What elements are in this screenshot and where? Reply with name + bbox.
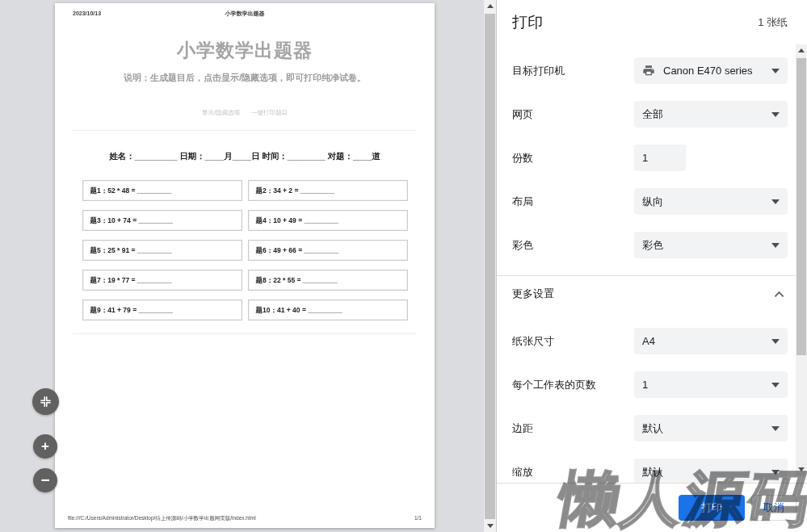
problem-box: 题5：25 * 91 = _________ [82,240,242,261]
scroll-up-icon[interactable] [484,0,496,12]
pages-per-sheet-select[interactable]: 1 [634,371,788,398]
paper-size-value: A4 [642,335,771,347]
zoom-out-button[interactable]: − [33,468,57,492]
print-questions-link: 一键打印题目 [251,109,288,116]
scale-select[interactable]: 默认 [634,459,788,483]
page-header: 2023/10/13 小学数学出题器 [73,10,417,16]
color-value: 彩色 [642,238,771,253]
cancel-button[interactable]: 取消 [751,495,796,521]
scroll-down-icon[interactable] [484,520,496,532]
zoom-in-button[interactable]: + [33,434,57,459]
color-select[interactable]: 彩色 [634,232,788,258]
header-doc-title: 小学数学出题器 [55,10,435,18]
chevron-up-icon [774,291,784,298]
row-scale: 缩放 默认 [512,459,788,483]
problem-box: 题10：41 + 40 = _________ [248,300,408,320]
printer-icon [642,65,655,77]
layout-select[interactable]: 纵向 [634,188,788,215]
fit-to-page-icon [40,396,52,408]
settings-scrollbar[interactable] [796,44,807,476]
more-settings-toggle[interactable]: 更多设置 [512,276,788,312]
panel-title: 打印 [512,12,543,33]
problem-box: 题3：10 + 74 = _________ [82,210,242,231]
preview-scrollbar[interactable] [484,0,496,532]
settings-scrollbar-thumb[interactable] [796,58,806,355]
problem-box: 题4：10 + 49 = _________ [248,210,408,231]
preview-page: 2023/10/13 小学数学出题器 小学数学出题器 说明：生成题目后，点击显示… [55,3,435,528]
row-pages-per-sheet: 每个工作表的页数 1 [512,371,788,398]
preview-scrollbar-thumb[interactable] [485,14,495,519]
dropdown-arrow-icon [771,426,780,431]
pages-value: 全部 [642,107,771,122]
row-layout: 布局 纵向 [512,188,788,215]
problem-box: 题7：19 * 77 = _________ [82,270,242,291]
zoom-out-icon: − [40,471,49,489]
footer-page-number: 1/1 [414,515,422,522]
paper-size-label: 纸张尺寸 [512,334,634,349]
row-margins: 边距 默认 [512,415,788,442]
pages-per-sheet-value: 1 [642,379,771,391]
color-label: 彩色 [512,238,634,253]
margins-value: 默认 [642,421,771,436]
problems-grid: 题1：52 * 48 = _________ 题2：34 + 2 = _____… [73,180,417,320]
copies-label: 份数 [512,151,634,165]
divider [73,333,417,334]
print-preview-area: 2023/10/13 小学数学出题器 小学数学出题器 说明：生成题目后，点击显示… [0,0,496,532]
print-button[interactable]: 打印 [679,495,745,521]
print-dialog-window: 2023/10/13 小学数学出题器 小学数学出题器 说明：生成题目后，点击显示… [0,0,807,532]
zoom-in-icon: + [41,438,49,455]
page-title: 小学数学出题器 [73,38,417,63]
row-color: 彩色 彩色 [512,232,788,258]
panel-header: 打印 1 张纸 [497,0,807,44]
paper-size-select[interactable]: A4 [634,328,788,354]
scroll-up-icon[interactable] [796,44,807,56]
pages-per-sheet-label: 每个工作表的页数 [512,378,634,392]
dropdown-arrow-icon [771,470,780,475]
pages-label: 网页 [512,107,634,122]
copies-input[interactable] [634,145,686,171]
dropdown-arrow-icon [771,69,780,73]
divider [73,130,417,131]
row-pages: 网页 全部 [512,101,788,128]
problem-box: 题1：52 * 48 = _________ [82,180,242,201]
destination-label: 目标打印机 [512,64,634,78]
destination-select[interactable]: Canon E470 series [634,57,788,84]
panel-footer: 打印 取消 [497,483,807,532]
problem-box: 题6：49 + 66 = _________ [248,240,408,261]
footer-url: file:///C:/Users/Administrator/Desktop/待… [68,515,256,522]
margins-label: 边距 [512,421,634,436]
row-copies: 份数 [512,145,788,171]
problem-box: 题9：41 + 79 = _________ [82,300,242,320]
sheet-count: 1 张纸 [758,15,788,30]
more-settings-label: 更多设置 [512,287,554,301]
scale-label: 缩放 [512,465,634,480]
dropdown-arrow-icon [771,339,780,344]
dropdown-arrow-icon [771,383,780,387]
toggle-options-link: 显示/隐藏选项 [202,109,240,116]
destination-value: Canon E470 series [663,65,771,77]
page-footer: file:///C:/Users/Administrator/Desktop/待… [68,515,422,522]
dropdown-arrow-icon [771,112,780,117]
scroll-down-icon[interactable] [796,463,807,475]
pages-select[interactable]: 全部 [634,101,788,128]
margins-select[interactable]: 默认 [634,415,788,442]
dropdown-arrow-icon [771,199,780,204]
row-paper-size: 纸张尺寸 A4 [512,328,788,354]
name-date-line: 姓名：_________ 日期：____月____日 时间：________ 对… [73,151,417,162]
instructions-text: 说明：生成题目后，点击显示/隐藏选项，即可打印纯净试卷。 [73,72,417,84]
layout-label: 布局 [512,195,634,209]
panel-body: 目标打印机 Canon E470 series 网页 全部 [497,44,807,483]
fit-to-page-button[interactable] [32,388,59,415]
print-settings-panel: 打印 1 张纸 目标打印机 Canon E470 series 网页 [496,0,807,532]
dropdown-arrow-icon [771,243,780,248]
problem-box: 题2：34 + 2 = _________ [248,180,408,201]
page-links: 显示/隐藏选项 一键打印题目 [73,109,417,117]
problem-box: 题8：22 * 55 = _________ [248,270,408,291]
scale-value: 默认 [642,465,771,480]
row-destination: 目标打印机 Canon E470 series [512,57,788,84]
layout-value: 纵向 [642,195,771,209]
